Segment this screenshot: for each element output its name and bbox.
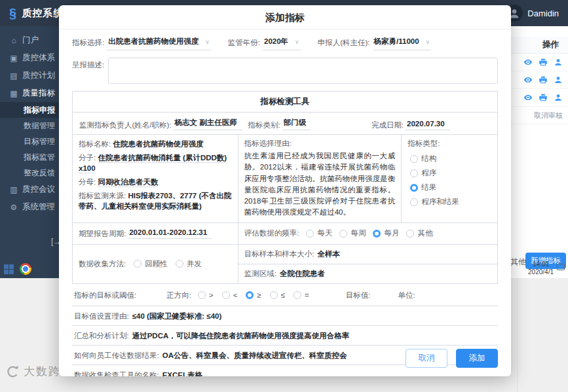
year-select-label: 监管年份: xyxy=(228,38,260,48)
radio-icon xyxy=(410,198,418,206)
tool-row-collection: 数据收集方法: 回顾性 并发 目标样本和样本大小: 全样本 监测区域: 全院住院… xyxy=(73,245,497,283)
app-logo-icon: § xyxy=(9,6,16,21)
radio-result[interactable]: 结果 xyxy=(410,183,491,192)
radio-process[interactable]: 程序 xyxy=(410,168,491,178)
indicator-select-label: 指标选择: xyxy=(72,38,104,48)
radio-icon xyxy=(410,155,418,163)
radio-daily[interactable]: 每天 xyxy=(306,228,332,238)
tool-row-period: 期望报告周期: 2020.01.01-2020.12.31 评估数据的频率: 每… xyxy=(73,223,497,245)
reason-cell: 指标选择理由: 抗生素滥用已经成为我国居民健康的一大威胁。2012以来，福建省连… xyxy=(238,135,402,223)
print-icon[interactable] xyxy=(539,58,548,67)
owner-label: 监测指标负责人(姓名/职称): xyxy=(79,120,172,130)
notification-icon[interactable] xyxy=(557,264,565,270)
radio-process-and-result[interactable]: 程序和结果 xyxy=(410,197,491,207)
radio-label: ≤ xyxy=(281,291,285,299)
user-assign-icon[interactable] xyxy=(554,58,563,67)
radio-lte[interactable]: ≤ xyxy=(270,291,285,299)
sample-value: 全样本 xyxy=(317,249,340,259)
radio-icon xyxy=(406,230,414,238)
applicant-select-label: 申报人(科主任): xyxy=(318,38,370,48)
radio-gt[interactable]: > xyxy=(198,291,214,299)
user-assign-icon[interactable] xyxy=(554,75,563,84)
home-icon: ⌂ xyxy=(9,36,19,45)
finish-date-label: 完成日期: xyxy=(371,120,404,130)
dialog-title: 添加指标 xyxy=(59,5,511,29)
region-value: 全院住院患者 xyxy=(280,269,325,279)
denominator-value[interactable]: 同期收治患者天数 xyxy=(98,178,158,187)
target-threshold-label: 指标的目标或阈值: xyxy=(74,291,136,300)
radio-icon xyxy=(176,260,183,268)
radio-gte[interactable]: ≥ xyxy=(246,291,261,299)
numerator-value[interactable]: 住院患者抗菌药物消耗量 (累计DDD数) x100 xyxy=(79,154,227,174)
radio-monthly[interactable]: 每月 xyxy=(373,228,399,238)
indicator-select[interactable]: 指标选择: 出院患者抗菌药物使用强度∨ xyxy=(72,35,211,50)
communicate-value[interactable]: OA公告、科室晨会、质量持续改进宣传栏、科室质控会 xyxy=(162,351,347,361)
owner-value[interactable]: 杨志文 副主任医师 xyxy=(174,118,242,130)
view-icon[interactable] xyxy=(523,58,533,67)
taskbar-clock[interactable]: 14:01 2020/4/1 xyxy=(528,260,554,276)
analysis-plan-value[interactable]: 通过PDCA，可以降低住院患者抗菌药物使用强度提高使用合格率 xyxy=(132,331,350,341)
radio-icon-selected xyxy=(246,291,254,299)
print-icon[interactable] xyxy=(539,75,548,84)
clock-date: 2020/4/1 xyxy=(528,268,554,276)
collect-method-label: 数据收集方法: xyxy=(79,259,126,269)
radio-label: 程序 xyxy=(421,168,436,178)
radio-icon-selected xyxy=(410,184,418,192)
print-icon[interactable] xyxy=(539,93,548,102)
frequency-label: 评估数据的频率: xyxy=(244,228,299,238)
cancel-button[interactable]: 取消 xyxy=(406,349,447,368)
view-icon[interactable] xyxy=(523,75,533,84)
unit-label: 单位: xyxy=(398,291,415,300)
radio-label: ≥ xyxy=(257,291,261,299)
year-select[interactable]: 监管年份: 2020年∨ xyxy=(228,35,301,50)
radio-label: 其他 xyxy=(417,228,432,238)
radio-label: 并发 xyxy=(187,259,202,269)
radio-structure[interactable]: 结构 xyxy=(410,154,491,164)
source-label: 指标监测来源: xyxy=(79,192,126,200)
tool-row-owner: 监测指标负责人(姓名/职称): 杨志文 副主任医师 指标类别: 部门级 完成日期… xyxy=(73,113,497,135)
top-select-row: 指标选择: 出院患者抗菌药物使用强度∨ 监管年份: 2020年∨ 申报人(科主任… xyxy=(72,35,498,50)
sidebar-item-label: 系统管理 xyxy=(22,202,55,213)
frequency-radio-group: 评估数据的频率: 每天 每周 每月 其他 xyxy=(238,223,497,244)
radio-concurrent[interactable]: 并发 xyxy=(176,259,202,269)
sample-row: 目标样本和样本大小: 全样本 xyxy=(238,245,497,264)
radio-icon xyxy=(306,230,314,238)
period-value[interactable]: 2020.01.01-2020.12.31 xyxy=(128,228,212,239)
dialog-body: 指标选择: 出院患者抗菌药物使用强度∨ 监管年份: 2020年∨ 申报人(科主任… xyxy=(59,29,511,376)
user-menu[interactable]: Damidin xyxy=(506,5,559,22)
user-assign-icon[interactable] xyxy=(554,93,563,102)
watermark-logo-icon xyxy=(5,365,20,379)
submit-button[interactable]: 添加 xyxy=(456,349,498,368)
radio-retrospective[interactable]: 回顾性 xyxy=(134,259,168,269)
region-label: 监测区域: xyxy=(244,269,276,279)
indicator-name-value: 住院患者抗菌药物使用强度 xyxy=(113,140,203,148)
target-reason-label: 目标值设置理由: xyxy=(74,312,129,321)
view-icon[interactable] xyxy=(523,93,533,102)
start-menu-icon[interactable] xyxy=(4,264,14,274)
target-value-label: 目标值: xyxy=(346,291,371,300)
report-desc-label: 呈报描述: xyxy=(72,60,104,84)
radio-eq[interactable]: = xyxy=(293,291,309,299)
sidebar-item-label: 质量指标 xyxy=(22,88,55,99)
clock-time: 14:01 xyxy=(528,260,554,268)
period-label: 期望报告周期: xyxy=(79,229,126,239)
radio-other[interactable]: 其他 xyxy=(406,228,432,238)
applicant-select[interactable]: 申报人(科主任): 杨家勇/11000∨ xyxy=(318,35,432,50)
report-desc-textarea[interactable] xyxy=(108,58,498,84)
dialog-footer: 取消 添加 xyxy=(406,349,498,368)
radio-lt[interactable]: < xyxy=(222,291,238,299)
target-reason-value[interactable]: ≤40 (国家卫健委标准: ≤40) xyxy=(132,312,222,321)
add-indicator-dialog: 添加指标 指标选择: 出院患者抗菌药物使用强度∨ 监管年份: 2020年∨ 申报… xyxy=(59,5,511,376)
category-value[interactable]: 部门级 xyxy=(282,118,312,130)
radio-weekly[interactable]: 每周 xyxy=(339,228,366,238)
chevron-down-icon: ∨ xyxy=(426,39,430,45)
chrome-icon[interactable] xyxy=(20,263,31,275)
chevron-down-icon: ∨ xyxy=(295,39,299,45)
collect-tool-value[interactable]: EXCEL表格 xyxy=(162,370,202,377)
region-row: 监测区域: 全院住院患者 xyxy=(238,264,497,283)
indicator-name-cell: 指标名称: 住院患者抗菌药物使用强度 分子: 住院患者抗菌药物消耗量 (累计DD… xyxy=(73,135,238,223)
chevron-down-icon: ∨ xyxy=(205,39,210,45)
cancel-review-link[interactable]: 取消审核 xyxy=(534,111,563,120)
sidebar-subitem-label: 指标监管 xyxy=(24,152,55,162)
finish-date-value[interactable]: 2020.07.30 xyxy=(406,120,450,130)
